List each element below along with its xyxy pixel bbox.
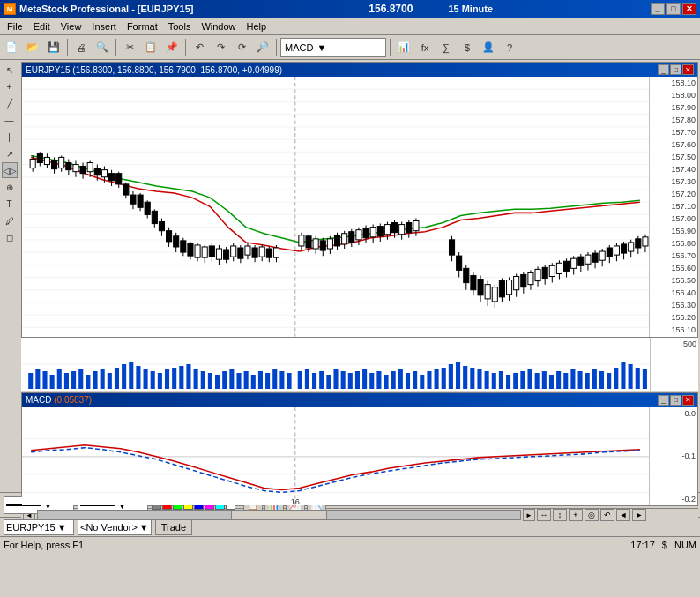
nav-tool[interactable]: ◁▷: [2, 162, 18, 178]
svg-rect-40: [94, 168, 100, 175]
chart-btn1[interactable]: 📊: [394, 38, 413, 57]
macd-svg: 16: [22, 407, 649, 506]
price-chart-svg: [22, 77, 649, 337]
trade-button[interactable]: Trade: [155, 519, 192, 535]
status-bar: For Help, press F1 17:17 $ NUM: [0, 536, 700, 552]
vendor-selector[interactable]: <No Vendor> ▼: [78, 519, 152, 535]
macd-canvas[interactable]: 16: [22, 407, 649, 506]
svg-rect-213: [251, 375, 256, 389]
menu-edit[interactable]: Edit: [28, 19, 56, 34]
crosshair-tool[interactable]: +: [2, 78, 18, 94]
menu-insert[interactable]: Insert: [86, 19, 122, 34]
svg-rect-230: [376, 371, 381, 389]
svg-rect-218: [287, 373, 291, 389]
cut-btn[interactable]: ✂: [120, 38, 139, 57]
scroll-resize-v-icon[interactable]: ↕: [553, 509, 567, 521]
indicator-dropdown[interactable]: MACD ▼: [280, 38, 386, 57]
help-text: For Help, press F1: [4, 540, 84, 550]
svg-rect-231: [384, 375, 389, 389]
scroll-prev-icon[interactable]: ◄: [616, 509, 630, 521]
macd-close[interactable]: ✕: [682, 395, 694, 406]
open-btn[interactable]: 📂: [23, 38, 42, 57]
maximize-btn[interactable]: □: [666, 3, 681, 15]
svg-rect-200: [158, 373, 162, 389]
scroll-track[interactable]: [37, 510, 521, 520]
scroll-target-icon[interactable]: ◎: [585, 509, 599, 521]
svg-rect-32: [66, 163, 71, 170]
zoom-btn[interactable]: 🔍: [93, 38, 112, 57]
svg-rect-88: [266, 249, 272, 257]
svg-rect-22: [30, 159, 35, 168]
chart-btn3[interactable]: ∑: [436, 38, 456, 57]
svg-rect-24: [37, 153, 42, 162]
refresh-btn[interactable]: ⟳: [232, 38, 251, 57]
menu-window[interactable]: Window: [196, 19, 241, 34]
save-btn[interactable]: 💾: [44, 38, 63, 57]
vertical-tool[interactable]: |: [2, 129, 18, 145]
minimize-btn[interactable]: _: [651, 3, 665, 15]
new-btn[interactable]: 📄: [2, 38, 21, 57]
svg-rect-104: [342, 234, 347, 244]
scroll-thumb[interactable]: [231, 511, 327, 519]
copy-btn[interactable]: 📋: [141, 38, 160, 57]
arrow-tool[interactable]: ↖: [2, 62, 18, 78]
menu-format[interactable]: Format: [122, 19, 163, 34]
svg-rect-84: [252, 248, 257, 257]
redo-btn[interactable]: ↷: [211, 38, 230, 57]
price-chart-minimize[interactable]: _: [658, 64, 669, 75]
svg-rect-140: [499, 281, 504, 297]
price-chart-window: EURJPY15 (156.8300, 156.8800, 156.7900, …: [21, 62, 698, 338]
svg-rect-26: [44, 157, 49, 164]
symbol-selector[interactable]: EURJPY15 ▼: [4, 519, 74, 535]
search-btn[interactable]: 🔎: [253, 38, 272, 57]
svg-rect-122: [406, 223, 412, 233]
time-display: 17:17: [630, 540, 655, 550]
svg-rect-78: [231, 246, 236, 257]
svg-rect-238: [435, 369, 439, 389]
price-chart-canvas[interactable]: [22, 77, 649, 337]
svg-rect-138: [492, 287, 497, 302]
draw-line-tool[interactable]: ╱: [2, 95, 18, 111]
svg-rect-186: [57, 369, 62, 389]
paste-btn[interactable]: 📌: [162, 38, 182, 57]
svg-rect-76: [224, 250, 229, 259]
svg-rect-128: [457, 256, 462, 270]
trend-tool[interactable]: ↗: [2, 146, 18, 161]
price-chart-close[interactable]: ✕: [682, 64, 694, 75]
chart-btn4[interactable]: $: [458, 38, 477, 57]
svg-rect-202: [172, 368, 176, 389]
svg-rect-146: [521, 274, 526, 287]
svg-rect-170: [607, 248, 612, 257]
price-chart-body: 158.10 158.00 157.90 157.80 157.70 157.6…: [22, 77, 697, 337]
scroll-undo-icon[interactable]: ↶: [600, 509, 614, 521]
scroll-plus-icon[interactable]: +: [569, 509, 583, 521]
eraser-tool[interactable]: ◻: [2, 229, 18, 245]
menu-file[interactable]: File: [2, 19, 28, 34]
svg-rect-187: [64, 373, 69, 389]
chart-btn2[interactable]: fx: [415, 38, 435, 57]
svg-rect-94: [306, 236, 311, 248]
scroll-next-icon[interactable]: ►: [632, 509, 646, 521]
svg-rect-235: [413, 371, 417, 389]
scroll-right-btn[interactable]: ►: [523, 509, 535, 521]
macd-maximize[interactable]: □: [670, 395, 681, 406]
chart-btn6[interactable]: ?: [500, 38, 519, 57]
menu-tools[interactable]: Tools: [163, 19, 197, 34]
macd-minimize[interactable]: _: [658, 395, 669, 406]
horizontal-tool[interactable]: —: [2, 112, 18, 128]
price-chart-maximize[interactable]: □: [670, 64, 681, 75]
volume-canvas[interactable]: [21, 338, 650, 391]
scroll-resize-icon[interactable]: ↔: [537, 509, 551, 521]
volume-svg: [21, 338, 650, 391]
close-btn[interactable]: ✕: [682, 3, 696, 15]
zoom-in-tool[interactable]: ⊕: [2, 179, 18, 195]
text-tool[interactable]: T: [2, 196, 18, 212]
svg-rect-54: [145, 202, 150, 214]
brush-tool[interactable]: 🖊: [2, 213, 18, 228]
print-btn[interactable]: 🖨: [71, 38, 91, 57]
menu-help[interactable]: Help: [242, 19, 272, 34]
chart-btn5[interactable]: 👤: [479, 38, 498, 57]
undo-btn[interactable]: ↶: [190, 38, 209, 57]
menu-view[interactable]: View: [56, 19, 87, 34]
svg-rect-212: [244, 371, 249, 389]
